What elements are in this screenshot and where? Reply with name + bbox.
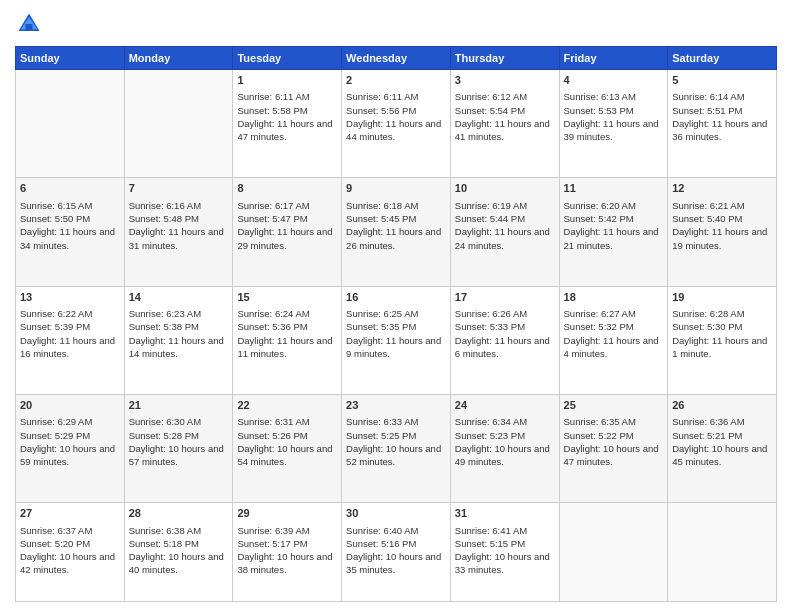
sunrise-text: Sunrise: 6:11 AM (346, 91, 418, 102)
logo (15, 10, 47, 38)
sunset-text: Sunset: 5:21 PM (672, 430, 742, 441)
sunrise-text: Sunrise: 6:20 AM (564, 200, 636, 211)
calendar-table: SundayMondayTuesdayWednesdayThursdayFrid… (15, 46, 777, 602)
sunrise-text: Sunrise: 6:23 AM (129, 308, 201, 319)
day-number: 6 (20, 181, 120, 196)
day-number: 5 (672, 73, 772, 88)
daylight-text: Daylight: 10 hours and 33 minutes. (455, 551, 550, 575)
day-number: 27 (20, 506, 120, 521)
daylight-text: Daylight: 10 hours and 52 minutes. (346, 443, 441, 467)
daylight-text: Daylight: 11 hours and 31 minutes. (129, 226, 224, 250)
calendar-cell: 18Sunrise: 6:27 AMSunset: 5:32 PMDayligh… (559, 286, 668, 394)
sunset-text: Sunset: 5:16 PM (346, 538, 416, 549)
calendar-cell: 11Sunrise: 6:20 AMSunset: 5:42 PMDayligh… (559, 178, 668, 286)
day-number: 18 (564, 290, 664, 305)
daylight-text: Daylight: 11 hours and 24 minutes. (455, 226, 550, 250)
daylight-text: Daylight: 10 hours and 59 minutes. (20, 443, 115, 467)
day-number: 22 (237, 398, 337, 413)
sunset-text: Sunset: 5:28 PM (129, 430, 199, 441)
daylight-text: Daylight: 11 hours and 34 minutes. (20, 226, 115, 250)
daylight-text: Daylight: 11 hours and 29 minutes. (237, 226, 332, 250)
daylight-text: Daylight: 11 hours and 11 minutes. (237, 335, 332, 359)
sunset-text: Sunset: 5:35 PM (346, 321, 416, 332)
sunrise-text: Sunrise: 6:16 AM (129, 200, 201, 211)
daylight-text: Daylight: 11 hours and 6 minutes. (455, 335, 550, 359)
sunrise-text: Sunrise: 6:19 AM (455, 200, 527, 211)
sunset-text: Sunset: 5:33 PM (455, 321, 525, 332)
calendar-cell: 3Sunrise: 6:12 AMSunset: 5:54 PMDaylight… (450, 70, 559, 178)
daylight-text: Daylight: 11 hours and 39 minutes. (564, 118, 659, 142)
sunrise-text: Sunrise: 6:28 AM (672, 308, 744, 319)
calendar-cell: 16Sunrise: 6:25 AMSunset: 5:35 PMDayligh… (342, 286, 451, 394)
calendar-cell: 27Sunrise: 6:37 AMSunset: 5:20 PMDayligh… (16, 503, 125, 602)
day-number: 25 (564, 398, 664, 413)
sunrise-text: Sunrise: 6:17 AM (237, 200, 309, 211)
calendar-cell: 6Sunrise: 6:15 AMSunset: 5:50 PMDaylight… (16, 178, 125, 286)
calendar-cell: 4Sunrise: 6:13 AMSunset: 5:53 PMDaylight… (559, 70, 668, 178)
calendar-header-row: SundayMondayTuesdayWednesdayThursdayFrid… (16, 47, 777, 70)
sunset-text: Sunset: 5:53 PM (564, 105, 634, 116)
sunset-text: Sunset: 5:39 PM (20, 321, 90, 332)
day-number: 10 (455, 181, 555, 196)
sunset-text: Sunset: 5:38 PM (129, 321, 199, 332)
daylight-text: Daylight: 10 hours and 47 minutes. (564, 443, 659, 467)
calendar-cell: 1Sunrise: 6:11 AMSunset: 5:58 PMDaylight… (233, 70, 342, 178)
day-number: 17 (455, 290, 555, 305)
daylight-text: Daylight: 11 hours and 4 minutes. (564, 335, 659, 359)
calendar-cell: 12Sunrise: 6:21 AMSunset: 5:40 PMDayligh… (668, 178, 777, 286)
day-number: 12 (672, 181, 772, 196)
daylight-text: Daylight: 11 hours and 47 minutes. (237, 118, 332, 142)
calendar-cell: 13Sunrise: 6:22 AMSunset: 5:39 PMDayligh… (16, 286, 125, 394)
sunset-text: Sunset: 5:40 PM (672, 213, 742, 224)
calendar-cell (124, 70, 233, 178)
sunrise-text: Sunrise: 6:34 AM (455, 416, 527, 427)
calendar-cell: 21Sunrise: 6:30 AMSunset: 5:28 PMDayligh… (124, 394, 233, 502)
sunset-text: Sunset: 5:15 PM (455, 538, 525, 549)
sunset-text: Sunset: 5:58 PM (237, 105, 307, 116)
calendar-cell: 5Sunrise: 6:14 AMSunset: 5:51 PMDaylight… (668, 70, 777, 178)
sunset-text: Sunset: 5:30 PM (672, 321, 742, 332)
sunrise-text: Sunrise: 6:26 AM (455, 308, 527, 319)
day-number: 24 (455, 398, 555, 413)
day-number: 1 (237, 73, 337, 88)
calendar-cell: 26Sunrise: 6:36 AMSunset: 5:21 PMDayligh… (668, 394, 777, 502)
logo-icon (15, 10, 43, 38)
daylight-text: Daylight: 11 hours and 44 minutes. (346, 118, 441, 142)
sunset-text: Sunset: 5:22 PM (564, 430, 634, 441)
sunset-text: Sunset: 5:45 PM (346, 213, 416, 224)
svg-rect-2 (26, 24, 33, 31)
sunrise-text: Sunrise: 6:25 AM (346, 308, 418, 319)
daylight-text: Daylight: 10 hours and 40 minutes. (129, 551, 224, 575)
day-header-monday: Monday (124, 47, 233, 70)
day-header-sunday: Sunday (16, 47, 125, 70)
daylight-text: Daylight: 11 hours and 21 minutes. (564, 226, 659, 250)
day-number: 19 (672, 290, 772, 305)
day-number: 9 (346, 181, 446, 196)
sunset-text: Sunset: 5:26 PM (237, 430, 307, 441)
sunrise-text: Sunrise: 6:13 AM (564, 91, 636, 102)
sunset-text: Sunset: 5:23 PM (455, 430, 525, 441)
day-number: 21 (129, 398, 229, 413)
daylight-text: Daylight: 11 hours and 41 minutes. (455, 118, 550, 142)
sunrise-text: Sunrise: 6:24 AM (237, 308, 309, 319)
day-number: 8 (237, 181, 337, 196)
day-number: 28 (129, 506, 229, 521)
sunrise-text: Sunrise: 6:21 AM (672, 200, 744, 211)
calendar-cell: 14Sunrise: 6:23 AMSunset: 5:38 PMDayligh… (124, 286, 233, 394)
sunset-text: Sunset: 5:48 PM (129, 213, 199, 224)
daylight-text: Daylight: 10 hours and 49 minutes. (455, 443, 550, 467)
calendar-cell: 24Sunrise: 6:34 AMSunset: 5:23 PMDayligh… (450, 394, 559, 502)
calendar-cell (16, 70, 125, 178)
calendar-cell: 28Sunrise: 6:38 AMSunset: 5:18 PMDayligh… (124, 503, 233, 602)
day-number: 31 (455, 506, 555, 521)
week-row-2: 6Sunrise: 6:15 AMSunset: 5:50 PMDaylight… (16, 178, 777, 286)
sunrise-text: Sunrise: 6:30 AM (129, 416, 201, 427)
calendar-cell: 25Sunrise: 6:35 AMSunset: 5:22 PMDayligh… (559, 394, 668, 502)
calendar-cell: 23Sunrise: 6:33 AMSunset: 5:25 PMDayligh… (342, 394, 451, 502)
sunrise-text: Sunrise: 6:35 AM (564, 416, 636, 427)
daylight-text: Daylight: 10 hours and 45 minutes. (672, 443, 767, 467)
calendar-cell (559, 503, 668, 602)
sunset-text: Sunset: 5:25 PM (346, 430, 416, 441)
header (15, 10, 777, 38)
sunset-text: Sunset: 5:20 PM (20, 538, 90, 549)
